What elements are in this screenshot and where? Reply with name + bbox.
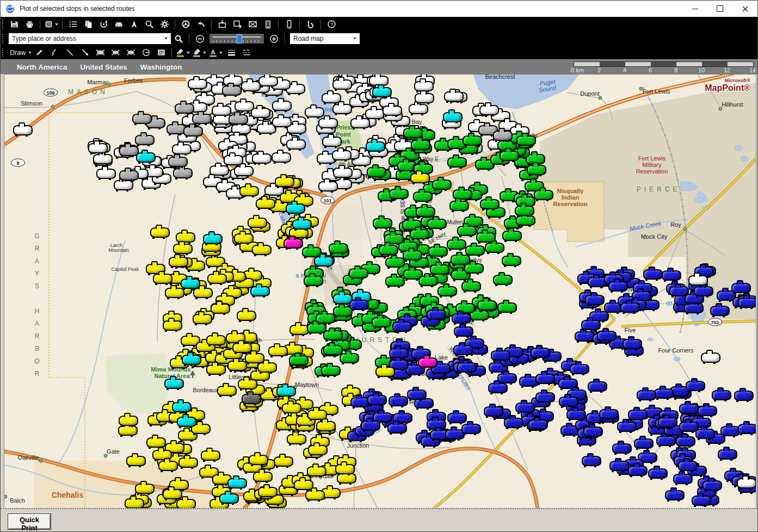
stop-icon-green[interactable] <box>289 355 309 366</box>
stop-icon-cyan[interactable] <box>172 402 192 412</box>
stop-icon-green[interactable] <box>323 330 343 341</box>
stop-icon-gray[interactable] <box>168 157 188 167</box>
stop-icon-green[interactable] <box>323 345 343 355</box>
stop-icon-blue[interactable] <box>570 364 589 374</box>
print-button[interactable] <box>22 18 37 30</box>
stop-icon-yellow[interactable] <box>178 457 198 468</box>
stop-icon-white[interactable] <box>252 153 272 164</box>
stop-icon-green[interactable] <box>465 245 485 256</box>
stop-icon-yellow[interactable] <box>169 257 188 267</box>
stop-icon-yellow[interactable] <box>257 362 277 373</box>
stop-icon-blue[interactable] <box>718 449 737 460</box>
oval-tool-button[interactable] <box>123 46 138 59</box>
stop-icon-gray[interactable] <box>132 114 152 124</box>
stop-icon-blue[interactable] <box>427 310 446 320</box>
draw-menu-button[interactable]: Draw <box>10 49 26 57</box>
stop-icon-white[interactable] <box>479 105 499 115</box>
zoom-in-button[interactable] <box>266 33 281 45</box>
route-planner-button[interactable] <box>96 18 111 30</box>
stop-icon-cyan[interactable] <box>136 152 156 163</box>
stop-icon-blue[interactable] <box>585 295 605 305</box>
stop-icon-green[interactable] <box>516 135 536 146</box>
stop-icon-white[interactable] <box>415 93 434 103</box>
stop-icon-green[interactable] <box>410 229 429 239</box>
stop-icon-blue[interactable] <box>535 392 555 403</box>
place-search-input[interactable] <box>9 35 163 42</box>
stop-icon-blue[interactable] <box>662 270 681 281</box>
stop-icon-yellow[interactable] <box>237 311 256 321</box>
stop-icon-yellow[interactable] <box>207 274 227 284</box>
stop-icon-white[interactable] <box>224 155 243 165</box>
stop-icon-green[interactable] <box>413 191 433 202</box>
stop-icon-blue[interactable] <box>686 381 705 391</box>
stop-icon-white[interactable] <box>332 150 352 160</box>
stop-icon-yellow[interactable] <box>305 490 325 500</box>
stop-icon-yellow[interactable] <box>227 361 247 371</box>
stop-icon-green[interactable] <box>463 135 482 146</box>
save-button[interactable] <box>7 18 22 30</box>
stop-icon-blue[interactable] <box>531 348 550 358</box>
stop-icon-green[interactable] <box>497 302 517 313</box>
stop-icon-yellow[interactable] <box>173 244 193 254</box>
close-button[interactable] <box>732 1 757 17</box>
stop-icon-blue[interactable] <box>597 331 617 341</box>
stop-icon-yellow[interactable] <box>337 473 356 484</box>
stop-icon-blue[interactable] <box>623 339 642 349</box>
stop-icon-cyan[interactable] <box>314 256 334 267</box>
stop-icon-blue[interactable] <box>457 362 477 373</box>
stop-icon-yellow[interactable] <box>253 472 273 482</box>
stop-icon-blue[interactable] <box>738 424 756 434</box>
stop-icon-yellow[interactable] <box>410 173 430 183</box>
stop-icon-gray[interactable] <box>192 114 212 124</box>
stop-icon-blue[interactable] <box>648 468 668 479</box>
stop-icon-yellow[interactable] <box>268 346 288 356</box>
stop-icon-yellow[interactable] <box>217 386 237 396</box>
toolbar-grip[interactable] <box>2 48 4 58</box>
breadcrumb-item-0[interactable]: North America <box>17 63 67 71</box>
stop-icon-white[interactable] <box>88 143 108 153</box>
stop-icon-gray[interactable] <box>222 85 242 96</box>
stop-icon-yellow[interactable] <box>287 434 306 444</box>
stop-icon-green[interactable] <box>385 276 405 287</box>
stop-icon-blue[interactable] <box>738 298 756 308</box>
stop-icon-blue[interactable] <box>676 436 695 447</box>
stop-icon-blue[interactable] <box>361 420 380 431</box>
stop-icon-blue[interactable] <box>608 281 628 292</box>
stop-icon-blue[interactable] <box>407 389 427 400</box>
stop-icon-cyan[interactable] <box>372 87 392 97</box>
line-style-button[interactable] <box>239 46 254 59</box>
stop-icon-white[interactable] <box>383 106 402 116</box>
stop-icon-blue[interactable] <box>453 345 473 355</box>
stop-icon-green[interactable] <box>447 157 467 168</box>
stop-icon-yellow[interactable] <box>163 489 182 499</box>
stop-icon-white[interactable] <box>272 101 292 111</box>
stop-icon-blue[interactable] <box>665 490 685 500</box>
stop-icon-green[interactable] <box>534 190 553 200</box>
radius-tool-button[interactable] <box>138 46 153 59</box>
stop-icon-blue[interactable] <box>628 466 648 476</box>
line-weight-button[interactable] <box>224 46 239 59</box>
stop-icon-cyan[interactable] <box>286 203 305 214</box>
stop-icon-green[interactable] <box>515 206 534 216</box>
stop-icon-cyan[interactable] <box>181 279 200 289</box>
stop-icon-blue[interactable] <box>673 474 693 484</box>
rectangle-tool-button[interactable] <box>93 46 108 59</box>
stop-icon-cyan[interactable] <box>292 219 312 230</box>
stop-icon-white[interactable] <box>318 118 338 128</box>
stop-icon-yellow[interactable] <box>274 456 293 467</box>
stop-icon-gray[interactable] <box>229 114 248 125</box>
stop-icon-white[interactable] <box>93 154 113 164</box>
stop-icon-cyan[interactable] <box>219 493 239 504</box>
territory-button[interactable] <box>260 18 275 30</box>
stop-icon-blue[interactable] <box>491 350 510 361</box>
stop-icon-yellow[interactable] <box>135 484 155 494</box>
stop-icon-cyan[interactable] <box>164 379 184 389</box>
stop-icon-green[interactable] <box>403 128 423 138</box>
line-color-button[interactable] <box>191 46 207 59</box>
stop-icon-white[interactable] <box>414 81 434 91</box>
select-loop-button[interactable] <box>303 18 318 30</box>
stop-icon-yellow[interactable] <box>234 233 254 244</box>
copy-button[interactable] <box>81 18 96 30</box>
stop-icon-blue[interactable] <box>497 373 517 383</box>
stop-icon-white[interactable] <box>350 118 370 128</box>
